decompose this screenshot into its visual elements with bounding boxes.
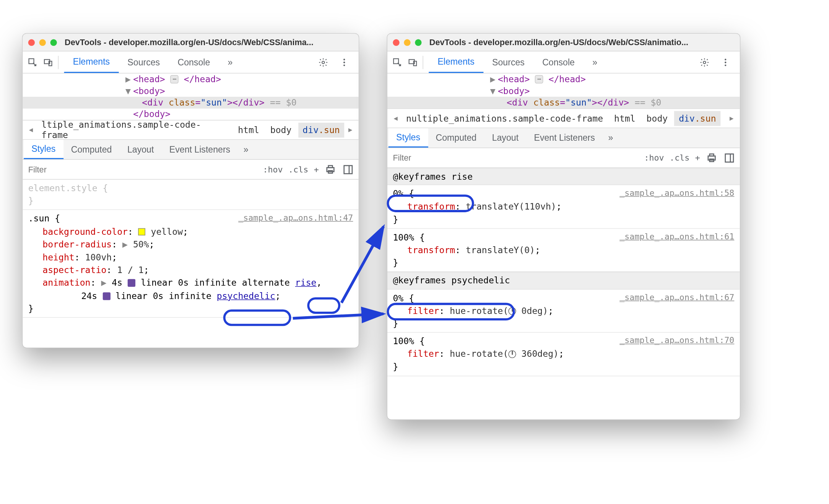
source-link[interactable]: _sample_.ap…ons.html:47: [238, 212, 353, 224]
dom-body-open[interactable]: <body>: [23, 85, 359, 97]
window-title: DevTools - developer.mozilla.org/en-US/d…: [429, 37, 688, 47]
crumb-body[interactable]: body: [266, 122, 296, 137]
breadcrumb-prev-icon[interactable]: ◀: [392, 114, 400, 122]
svg-point-18: [725, 64, 726, 66]
inspect-icon[interactable]: [391, 55, 404, 69]
dom-body-open[interactable]: <body>: [387, 85, 740, 97]
subtab-more[interactable]: »: [603, 133, 619, 143]
keyframes-header-rise[interactable]: @keyframes rise: [387, 168, 740, 185]
easing-icon[interactable]: [128, 279, 135, 287]
dom-head[interactable]: <head> ⋯ </head>: [23, 73, 359, 85]
svg-rect-22: [725, 154, 733, 162]
dom-body-close[interactable]: </body>: [23, 108, 359, 120]
rule-sun[interactable]: _sample_.ap…ons.html:47 .sun { backgroun…: [23, 210, 359, 318]
animation-prop-line2[interactable]: 24s linear 0s infinite psychedelic;: [42, 289, 353, 302]
tab-elements[interactable]: Elements: [64, 51, 119, 73]
subtab-computed[interactable]: Computed: [63, 140, 120, 159]
source-link[interactable]: _sample_.ap…ons.html:58: [619, 187, 734, 199]
maximize-icon[interactable]: [50, 39, 57, 46]
svg-point-4: [343, 59, 345, 60]
subtab-layout[interactable]: Layout: [484, 128, 526, 148]
crumb-html[interactable]: html: [610, 111, 640, 126]
minimize-icon[interactable]: [39, 39, 46, 46]
device-toggle-icon[interactable]: [406, 55, 419, 69]
kebab-icon[interactable]: [338, 55, 351, 69]
rule-elementstyle[interactable]: element.style { }: [23, 180, 359, 210]
breadcrumb-next-icon[interactable]: ▶: [346, 126, 354, 133]
maximize-icon[interactable]: [415, 39, 421, 46]
filter-input[interactable]: [27, 163, 115, 176]
dom-selected-div[interactable]: <div class="sun"></div> == $0: [387, 97, 740, 108]
subtab-styles[interactable]: Styles: [388, 128, 428, 148]
hover-toggle[interactable]: :hov: [644, 153, 664, 163]
dom-tree[interactable]: <head> ⋯ </head> <body> <div class="sun"…: [387, 73, 740, 108]
styles-filterbar: :hov .cls +: [23, 160, 359, 180]
minimize-icon[interactable]: [404, 39, 410, 46]
crumb-selected[interactable]: div.sun: [675, 111, 721, 126]
hover-toggle[interactable]: :hov: [263, 164, 283, 174]
crumb-selected[interactable]: div.sun: [298, 122, 345, 137]
animation-prop[interactable]: animation: ▶ 4s linear 0s infinite alter…: [42, 276, 353, 289]
source-link[interactable]: _sample_.ap…ons.html:70: [619, 335, 734, 347]
tab-more[interactable]: »: [219, 51, 241, 73]
dom-selected-div[interactable]: <div class="sun"></div> == $0: [23, 97, 359, 108]
styles-pane: @keyframes rise _sample_.ap…ons.html:58 …: [387, 168, 740, 376]
crumb-body[interactable]: body: [642, 111, 672, 126]
crumb-frame[interactable]: ltiple_animations.sample-code-frame: [37, 117, 231, 142]
dom-tree[interactable]: <head> ⋯ </head> <body> <div class="sun"…: [23, 73, 359, 120]
crumb-html[interactable]: html: [234, 122, 264, 137]
subtab-computed[interactable]: Computed: [428, 128, 484, 148]
settings-icon[interactable]: [698, 55, 711, 69]
subtab-styles[interactable]: Styles: [24, 140, 63, 159]
breadcrumb-prev-icon[interactable]: ◀: [27, 126, 35, 133]
easing-icon[interactable]: [102, 292, 110, 300]
angle-icon[interactable]: [508, 307, 516, 315]
window-title: DevTools - developer.mozilla.org/en-US/d…: [65, 37, 314, 47]
computed-panel-icon[interactable]: [342, 163, 354, 176]
keyframes-link-rise[interactable]: rise: [295, 278, 317, 288]
print-icon[interactable]: [705, 152, 718, 164]
color-swatch-icon[interactable]: [138, 228, 146, 235]
subtab-more[interactable]: »: [238, 145, 254, 154]
new-rule-icon[interactable]: +: [314, 164, 319, 174]
styles-pane: element.style { } _sample_.ap…ons.html:4…: [23, 180, 359, 318]
tab-more[interactable]: »: [584, 51, 606, 73]
cls-toggle[interactable]: .cls: [288, 164, 308, 174]
close-icon[interactable]: [28, 39, 35, 46]
titlebar: DevTools - developer.mozilla.org/en-US/d…: [23, 34, 359, 51]
breadcrumb-next-icon[interactable]: ▶: [728, 114, 735, 122]
cls-toggle[interactable]: .cls: [670, 153, 689, 163]
angle-icon[interactable]: [508, 350, 516, 358]
computed-panel-icon[interactable]: [723, 152, 736, 164]
keyframes-link-psychedelic[interactable]: psychedelic: [217, 290, 275, 301]
keyframe-psy-100[interactable]: _sample_.ap…ons.html:70 100% { filter: h…: [387, 333, 740, 376]
crumb-frame[interactable]: nultiple_animations.sample-code-frame: [402, 111, 608, 126]
styles-subtabs: Styles Computed Layout Event Listeners »: [23, 140, 359, 160]
tab-console[interactable]: Console: [533, 51, 584, 73]
keyframe-rise-100[interactable]: _sample_.ap…ons.html:61 100% { transform…: [387, 229, 740, 272]
kebab-icon[interactable]: [719, 55, 732, 69]
print-icon[interactable]: [324, 163, 336, 176]
subtab-event-listeners[interactable]: Event Listeners: [526, 128, 603, 148]
tab-sources[interactable]: Sources: [483, 51, 533, 73]
expand-icon[interactable]: ▶: [101, 278, 106, 288]
dom-head[interactable]: <head> ⋯ </head>: [387, 73, 740, 85]
filter-input[interactable]: [392, 151, 480, 164]
expand-icon[interactable]: ▶: [122, 239, 128, 249]
subtab-layout[interactable]: Layout: [120, 140, 162, 159]
source-link[interactable]: _sample_.ap…ons.html:67: [619, 291, 734, 303]
inspect-icon[interactable]: [26, 55, 39, 69]
keyframe-rise-0[interactable]: _sample_.ap…ons.html:58 0% { transform: …: [387, 185, 740, 229]
keyframe-psy-0[interactable]: _sample_.ap…ons.html:67 0% { filter: hue…: [387, 289, 740, 333]
device-toggle-icon[interactable]: [41, 55, 55, 69]
close-icon[interactable]: [393, 39, 399, 46]
tab-console[interactable]: Console: [169, 51, 219, 73]
keyframes-header-psychedelic[interactable]: @keyframes psychedelic: [387, 272, 740, 289]
source-link[interactable]: _sample_.ap…ons.html:61: [619, 231, 734, 243]
tab-sources[interactable]: Sources: [119, 51, 169, 73]
new-rule-icon[interactable]: +: [695, 153, 700, 163]
subtab-event-listeners[interactable]: Event Listeners: [162, 140, 238, 159]
svg-point-3: [322, 61, 325, 63]
settings-icon[interactable]: [317, 55, 330, 69]
tab-elements[interactable]: Elements: [429, 51, 483, 73]
